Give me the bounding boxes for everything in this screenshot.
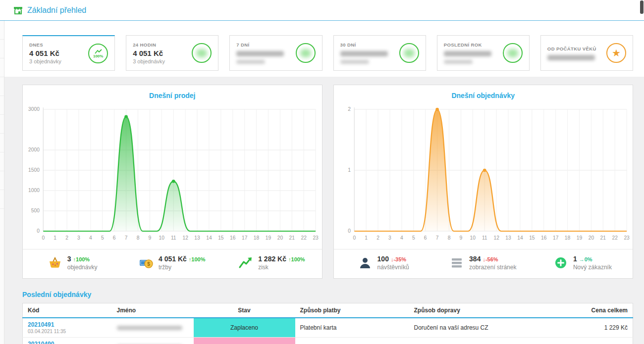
stat-card-label: 7 DNÍ <box>236 42 284 48</box>
stat-delta: ↑100% <box>189 256 206 262</box>
col-zpusob-platby: Způsob platby <box>295 303 409 318</box>
stat-card-sub: 3 objednávky <box>133 58 165 64</box>
order-payment: Platební karta <box>295 318 409 338</box>
svg-text:0: 0 <box>348 229 351 234</box>
store-icon <box>13 6 23 15</box>
stat-card-label: DNES <box>29 42 61 48</box>
coins-icon: $ <box>139 256 153 270</box>
stat-value: 1 <box>573 255 577 263</box>
stat-label: zisk <box>258 264 305 271</box>
basket-icon <box>48 256 62 270</box>
page-header: Základní přehled <box>0 0 644 21</box>
stat-delta: ↑100% <box>288 256 305 262</box>
stat-revenue: $ 4 051 Kč↑100% tržby <box>122 255 222 271</box>
stat-card-label: 30 DNÍ <box>340 42 388 48</box>
redacted-customer-name <box>117 326 182 330</box>
redacted-value <box>236 51 284 56</box>
order-shipping: Výdejní místo Zásilkovny <box>409 338 555 344</box>
orders-chart-panel: Dnešní objednávky 0120123456789101112131… <box>333 85 634 279</box>
stat-label: zobrazení stránek <box>469 264 516 271</box>
col-zpusob-dopravy: Způsob dopravy <box>409 303 555 318</box>
svg-text:15: 15 <box>529 235 535 241</box>
stat-card-value: 4 051 Kč <box>29 49 61 57</box>
stat-card-od-pocatku-veku[interactable]: OD POČÁTKU VĚKŮ ★ <box>540 35 633 71</box>
svg-text:10: 10 <box>159 235 165 241</box>
svg-text:2000: 2000 <box>28 147 40 153</box>
order-row: 20210490 03.04.2021 07:23 Přijatá objedn… <box>23 338 633 344</box>
svg-text:21: 21 <box>289 235 295 241</box>
stat-label: Nový zákazník <box>573 264 612 271</box>
orders-table-header: Kód Jméno Stav Způsob platby Způsob dopr… <box>23 303 633 318</box>
stat-card-24-hodin[interactable]: 24 HODIN 4 051 Kč 3 objednávky <box>126 35 218 71</box>
svg-text:2: 2 <box>65 235 68 241</box>
svg-text:11: 11 <box>171 235 176 241</box>
collapsed-sidebar-edge <box>0 21 4 344</box>
stat-card-sub: 3 objednávky <box>29 58 61 64</box>
stat-label: tržby <box>159 264 205 271</box>
redacted-trend <box>300 49 311 57</box>
order-total: 264 Kč <box>555 338 633 344</box>
svg-text:19: 19 <box>266 235 271 241</box>
plus-circle-icon <box>554 256 568 270</box>
stat-label: objednávky <box>67 264 98 271</box>
sales-area-chart: 0500100015002000300001234567891011121314… <box>23 102 322 247</box>
svg-text:16: 16 <box>230 235 236 241</box>
svg-text:2: 2 <box>348 107 351 112</box>
svg-text:17: 17 <box>552 235 558 241</box>
order-code-link[interactable]: 20210490 <box>28 341 107 344</box>
sales-chart-panel: Dnešní prodej 05001000150020003000012345… <box>22 85 322 279</box>
svg-text:2: 2 <box>376 235 379 241</box>
trend-up-circle-badge: 100% <box>88 44 108 63</box>
trend-percent: 100% <box>93 54 103 58</box>
col-kod: Kód <box>23 303 112 318</box>
vertical-scrollbar-thumb[interactable] <box>640 0 644 14</box>
svg-text:13: 13 <box>194 235 200 241</box>
redacted-sub <box>340 60 369 64</box>
redacted-trend <box>507 49 518 57</box>
svg-text:22: 22 <box>612 235 618 241</box>
svg-text:15: 15 <box>218 235 224 241</box>
stat-card-label: 24 HODIN <box>133 42 165 48</box>
svg-text:18: 18 <box>564 235 570 241</box>
svg-text:1: 1 <box>348 168 351 173</box>
trend-circle-badge <box>503 43 523 63</box>
stat-card-30-dni[interactable]: 30 DNÍ <box>333 35 426 71</box>
svg-text:11: 11 <box>482 235 487 241</box>
svg-text:6: 6 <box>424 235 427 241</box>
orders-stats-row: 100↓-35% návštěvníků 384↓-56% zobrazení … <box>334 249 633 278</box>
orders-table: Kód Jméno Stav Způsob platby Způsob dopr… <box>22 303 633 344</box>
stat-card-label: POSLEDNÍ ROK <box>444 42 491 48</box>
stat-value: 384 <box>469 255 481 263</box>
redacted-trend <box>404 49 415 57</box>
order-payment: Bankovním převodem <box>295 338 409 344</box>
stat-pageviews: 384↓-56% zobrazení stránek <box>433 255 533 271</box>
svg-text:500: 500 <box>31 208 40 214</box>
svg-text:16: 16 <box>541 235 547 241</box>
latest-orders-section: Poslední objednávky Kód Jméno Stav Způso… <box>22 291 633 344</box>
stat-delta: ↑100% <box>73 256 90 262</box>
svg-text:1: 1 <box>365 235 368 241</box>
redacted-value <box>547 55 595 60</box>
svg-text:21: 21 <box>600 235 606 241</box>
redacted-trend <box>196 49 207 57</box>
redacted-value <box>340 51 388 56</box>
stat-card-dnes[interactable]: DNES 4 051 Kč 3 objednávky 100% <box>22 35 115 71</box>
order-shipping: Doručení na vaší adresu CZ <box>409 318 555 338</box>
order-total: 1 229 Kč <box>555 318 633 338</box>
svg-text:3: 3 <box>77 235 80 241</box>
stat-orders: 3↑100% objednávky <box>23 255 122 271</box>
svg-text:9: 9 <box>459 235 462 241</box>
stat-card-7-dni[interactable]: 7 DNÍ <box>229 35 322 71</box>
chart-line-icon <box>239 256 253 270</box>
svg-text:19: 19 <box>576 235 582 241</box>
stat-label: návštěvníků <box>377 264 409 271</box>
svg-text:20: 20 <box>277 235 283 241</box>
trend-circle-badge <box>192 43 212 63</box>
stat-card-value: 4 051 Kč <box>133 49 165 57</box>
svg-text:8: 8 <box>137 235 140 241</box>
stat-card-posledni-rok[interactable]: POSLEDNÍ ROK <box>437 35 530 71</box>
orders-area-chart: 0120123456789101112131415161718192021222… <box>334 102 633 247</box>
stat-value: 1 282 Kč <box>258 255 286 263</box>
trend-circle-badge <box>399 43 419 63</box>
order-code-link[interactable]: 20210491 <box>28 321 107 328</box>
